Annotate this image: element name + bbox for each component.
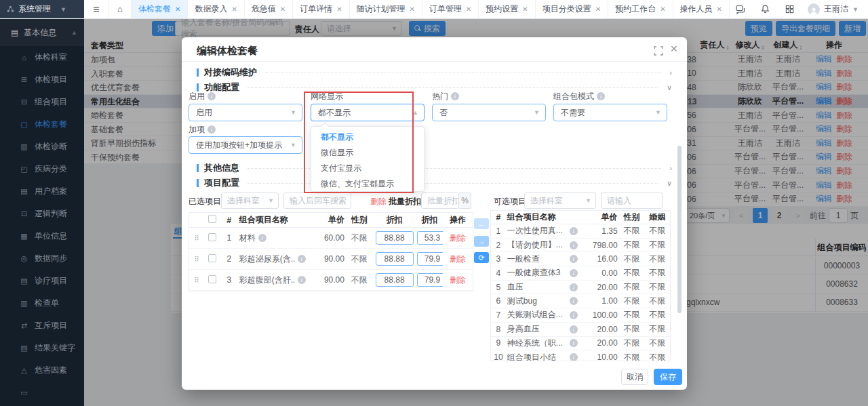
available-item-row[interactable]: 1一次性使用真...i1.35不限不限 — [491, 224, 670, 239]
available-item-row[interactable]: 3一般检查i16.00不限不限 — [491, 252, 670, 266]
close-icon[interactable]: ✕ — [660, 5, 665, 13]
close-icon[interactable]: ✕ — [522, 5, 528, 13]
discount-input-clipped[interactable] — [417, 252, 443, 266]
message-icon[interactable] — [734, 3, 747, 16]
available-item-row[interactable]: 9神经系统（职...i20.00不限不限 — [491, 337, 670, 351]
discount-input-clipped[interactable] — [417, 273, 443, 287]
save-button[interactable]: 保存 — [654, 369, 682, 385]
chevron-right-icon[interactable]: › — [669, 164, 672, 172]
selected-dept-select[interactable]: 选择科室▼ — [221, 192, 279, 209]
user-menu[interactable]: 王雨洁 ▼ — [808, 3, 859, 16]
drag-handle-icon[interactable]: ⠿ — [189, 256, 204, 263]
close-icon[interactable]: ✕ — [280, 5, 285, 13]
selected-search-input[interactable] — [283, 192, 351, 209]
dropdown-option[interactable]: 微信显示 — [311, 145, 424, 161]
tab-操作人员[interactable]: 操作人员✕ — [673, 0, 730, 18]
cell-index: 3 — [220, 275, 238, 285]
dropdown-option[interactable]: 支付宝显示 — [311, 161, 424, 176]
combo-mode-select[interactable]: 不需要▼ — [553, 104, 667, 121]
close-icon[interactable]: ✕ — [336, 5, 342, 13]
menu-toggle-icon[interactable]: ≡ — [84, 0, 108, 18]
tab-订单管理[interactable]: 订单管理✕ — [422, 0, 479, 18]
cell-marriage: 不限 — [644, 239, 670, 251]
cell-discount1 — [373, 231, 416, 245]
delete-link[interactable]: 删除 — [450, 233, 466, 243]
delete-link[interactable]: 删除 — [450, 275, 466, 285]
cell-marriage: 不限 — [644, 281, 670, 293]
apps-grid-icon[interactable] — [783, 3, 795, 16]
available-item-row[interactable]: 7关账测试组合...i100.00不限不限 — [491, 308, 670, 323]
delete-link[interactable]: 删除 — [450, 254, 466, 264]
available-search-input[interactable] — [601, 192, 663, 209]
cell-gender: 不限 — [619, 352, 645, 361]
tab-项目分类设置[interactable]: 项目分类设置✕ — [536, 0, 608, 18]
dropdown-option[interactable]: 微信、支付宝都显示 — [311, 176, 424, 192]
modal-scrollbar[interactable] — [677, 146, 682, 313]
drag-handle-icon[interactable]: ⠿ — [189, 277, 204, 284]
close-icon[interactable]: ✕ — [670, 43, 678, 54]
available-item-row[interactable]: 10组合项目小结i10.00不限不限 — [491, 350, 670, 361]
row-checkbox[interactable] — [208, 233, 216, 241]
refresh-swap-button[interactable]: ⟳ — [474, 252, 489, 263]
batch-discount-input[interactable] — [421, 192, 459, 209]
selected-item-row[interactable]: ⠿2彩超泌尿系(含...i90.00不限删除 — [189, 249, 473, 270]
discount-input[interactable] — [376, 231, 414, 245]
cell-index: 6 — [491, 296, 506, 306]
available-dept-select[interactable]: 选择科室▼ — [524, 192, 596, 209]
cell-index: 7 — [491, 310, 506, 320]
dropdown-option[interactable]: 都不显示 — [311, 129, 424, 145]
close-icon[interactable]: ✕ — [595, 5, 601, 13]
discount-input[interactable] — [376, 252, 414, 266]
cell-name: 神经系统（职...i — [506, 338, 583, 349]
tab-危急值[interactable]: 危急值✕ — [245, 0, 293, 18]
cell-gender: 不限 — [619, 281, 645, 293]
close-icon[interactable]: ✕ — [175, 5, 180, 13]
tab-体检套餐[interactable]: 体检套餐✕ — [132, 0, 188, 18]
close-icon[interactable]: ✕ — [231, 5, 237, 13]
close-icon[interactable]: ✕ — [717, 5, 722, 13]
chevron-right-icon[interactable]: › — [669, 68, 672, 77]
tab-预约设置[interactable]: 预约设置✕ — [479, 0, 535, 18]
cell-marriage: 不限 — [644, 352, 670, 361]
cell-name: 血压i — [506, 281, 583, 293]
cell-price: 798.00 — [583, 241, 619, 250]
section-other: 其他信息› — [197, 162, 672, 174]
move-left-button[interactable]: ← — [474, 218, 489, 229]
col-5: 折扣 — [416, 214, 443, 226]
app-logo[interactable]: 系统管理 ▼ — [0, 0, 84, 18]
row-checkbox[interactable] — [208, 275, 216, 283]
bell-icon[interactable] — [759, 3, 771, 16]
cancel-button[interactable]: 取消 — [621, 369, 648, 385]
enable-select[interactable]: 启用▼ — [189, 104, 302, 121]
available-item-row[interactable]: 6测试bugi1.00不限不限 — [491, 294, 670, 308]
available-item-row[interactable]: 8身高血压i20.00不限不限 — [491, 323, 670, 337]
hot-select[interactable]: 否▼ — [432, 104, 546, 121]
tab-随访计划管理[interactable]: 随访计划管理✕ — [350, 0, 422, 18]
cell-gender: 不限 — [346, 232, 373, 244]
chevron-down-icon[interactable]: ∨ — [667, 179, 672, 188]
move-right-button[interactable]: → — [474, 236, 489, 247]
tab-数据录入[interactable]: 数据录入✕ — [188, 0, 244, 18]
tab-预约工作台[interactable]: 预约工作台✕ — [608, 0, 673, 18]
tab-订单详情[interactable]: 订单详情✕ — [293, 0, 349, 18]
selected-item-row[interactable]: ⠿1材料i60.00不限删除 — [189, 228, 473, 249]
network-select[interactable]: 都不显示▲ — [311, 104, 425, 121]
row-checkbox[interactable] — [208, 254, 216, 262]
close-icon[interactable]: ✕ — [466, 5, 471, 13]
addon-select[interactable]: 使用加项按钮+加项提示▼ — [189, 136, 302, 154]
select-all-checkbox[interactable] — [208, 215, 216, 223]
close-icon[interactable]: ✕ — [410, 5, 415, 13]
discount-input[interactable] — [376, 273, 414, 287]
batch-delete-link[interactable]: 删除 — [370, 196, 387, 207]
chevron-down-icon[interactable]: ∨ — [667, 83, 672, 92]
home-icon[interactable]: ⌂ — [108, 0, 132, 18]
cell-price: 90.00 — [308, 254, 346, 264]
discount-input-clipped[interactable] — [417, 231, 443, 245]
available-item-row[interactable]: 4一般健康查体3i0.00不限不限 — [491, 266, 670, 281]
selected-item-row[interactable]: ⠿3彩超腹部(含肝...i90.00不限删除 — [189, 270, 473, 291]
available-item-row[interactable]: 2【请勿使用】...i798.00不限不限 — [491, 239, 670, 253]
available-item-row[interactable]: 5血压i20.00不限不限 — [491, 281, 670, 295]
info-icon: i — [208, 125, 216, 134]
drag-handle-icon[interactable]: ⠿ — [189, 235, 204, 242]
fullscreen-icon[interactable] — [654, 46, 663, 56]
